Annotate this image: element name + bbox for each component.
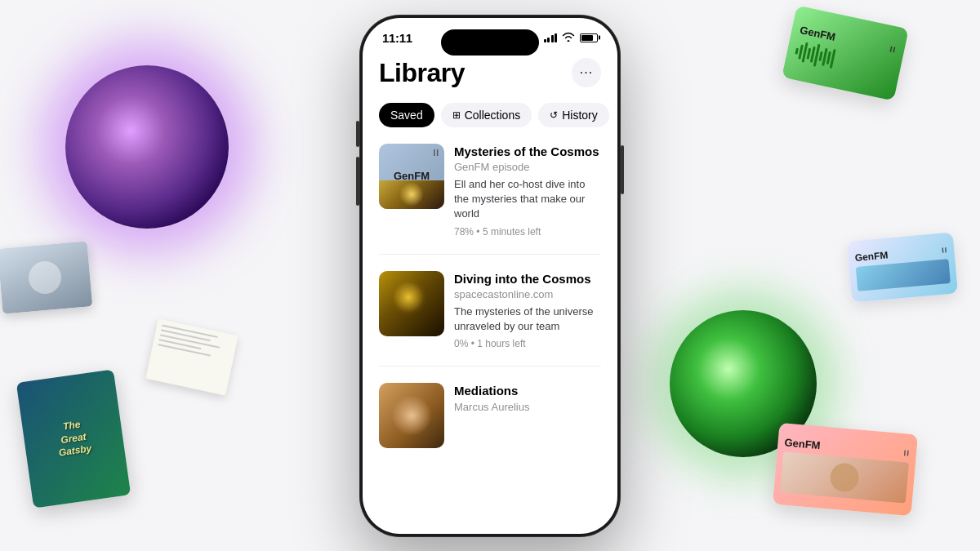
volume-buttons	[356, 121, 359, 206]
item-thumbnail-2	[379, 271, 444, 336]
pause-icon-top: II	[889, 44, 898, 54]
item-source-3: Marcus Aurelius	[454, 401, 601, 413]
genfm-mid-image	[856, 259, 951, 291]
pause-icon-bottom: II	[903, 448, 910, 458]
phone-screen: 11:11	[363, 18, 617, 534]
more-button[interactable]: ···	[572, 58, 601, 87]
item-source-2: spacecastonline.com	[454, 288, 601, 300]
power-button-bar	[621, 145, 624, 194]
library-item[interactable]: II GenFM Mysteries of the Cosmos GenFM e…	[379, 144, 601, 255]
item-title-3: Mediations	[454, 383, 601, 399]
item-info-1: Mysteries of the Cosmos GenFM episode El…	[454, 144, 601, 238]
photo-card-left	[0, 241, 92, 313]
phone-body: 11:11	[359, 15, 621, 537]
tab-history-label: History	[562, 109, 598, 122]
purple-cone-decoration	[65, 65, 229, 229]
item-info-3: Mediations Marcus Aurelius	[454, 383, 601, 417]
library-title: Library	[379, 58, 465, 88]
library-header: Library ···	[379, 58, 601, 88]
item-description-1: Ell and her co-host dive into the myster…	[454, 177, 601, 222]
tabs-container: Saved ⊞ Collections ↺ History	[379, 103, 601, 127]
item-description-2: The mysteries of the universe unraveled …	[454, 304, 601, 334]
pause-icon-mid: II	[942, 246, 948, 255]
genfm-card-top: GenFM II	[782, 5, 909, 100]
tab-saved-label: Saved	[390, 109, 423, 122]
waveform-top	[793, 38, 836, 70]
paper-lines	[158, 325, 232, 361]
item-meta-1: 78% • 5 minutes left	[454, 226, 601, 238]
library-list: II GenFM Mysteries of the Cosmos GenFM e…	[379, 144, 601, 465]
collections-icon: ⊞	[452, 109, 461, 121]
item-title-2: Diving into the Cosmos	[454, 271, 601, 287]
tab-history[interactable]: ↺ History	[538, 103, 609, 127]
tab-saved[interactable]: Saved	[379, 103, 434, 127]
paper-card	[145, 318, 238, 395]
gatsby-book-title: TheGreatGatsby	[47, 410, 100, 467]
wave-bar	[795, 47, 800, 54]
thumb-cosmos-image	[379, 180, 444, 209]
tab-collections-label: Collections	[465, 109, 520, 122]
tab-collections[interactable]: ⊞ Collections	[441, 103, 532, 127]
app-content: Library ··· Saved ⊞ Collections ↺	[363, 51, 617, 518]
dynamic-island	[441, 29, 539, 56]
item-thumbnail-1: II GenFM	[379, 144, 444, 209]
volume-down-button	[356, 157, 359, 206]
history-icon: ↺	[550, 109, 558, 121]
item-meta-2: 0% • 1 hours left	[454, 338, 601, 349]
genfm-bottom-image	[780, 451, 909, 503]
genfm-bottom-label: GenFM	[784, 436, 821, 451]
genfm-card-mid: GenFM II	[847, 232, 958, 302]
meditations-glow	[391, 395, 432, 436]
gatsby-book-card: TheGreatGatsby	[16, 369, 131, 508]
phone-mockup: 11:11	[359, 15, 621, 537]
more-dots-icon: ···	[580, 66, 593, 79]
volume-up-button	[356, 121, 359, 147]
signal-icon	[544, 33, 558, 42]
pause-icon: II	[433, 149, 439, 158]
power-button	[621, 145, 624, 194]
genfm-card-bottom: GenFM II	[773, 423, 918, 516]
status-time: 11:11	[382, 31, 412, 45]
battery-icon	[580, 33, 598, 42]
item-source-1: GenFM episode	[454, 161, 601, 173]
library-item[interactable]: Mediations Marcus Aurelius	[379, 383, 601, 464]
item-thumbnail-3	[379, 383, 444, 448]
cosmos-glow	[390, 278, 427, 315]
genfm-mid-label: GenFM	[854, 249, 889, 263]
library-item[interactable]: Diving into the Cosmos spacecastonline.c…	[379, 271, 601, 367]
item-info-2: Diving into the Cosmos spacecastonline.c…	[454, 271, 601, 350]
genfm-thumb-label: GenFM	[394, 170, 430, 182]
wifi-icon	[562, 32, 575, 44]
item-title-1: Mysteries of the Cosmos	[454, 144, 601, 160]
status-icons	[544, 32, 599, 44]
battery-fill	[581, 35, 593, 41]
